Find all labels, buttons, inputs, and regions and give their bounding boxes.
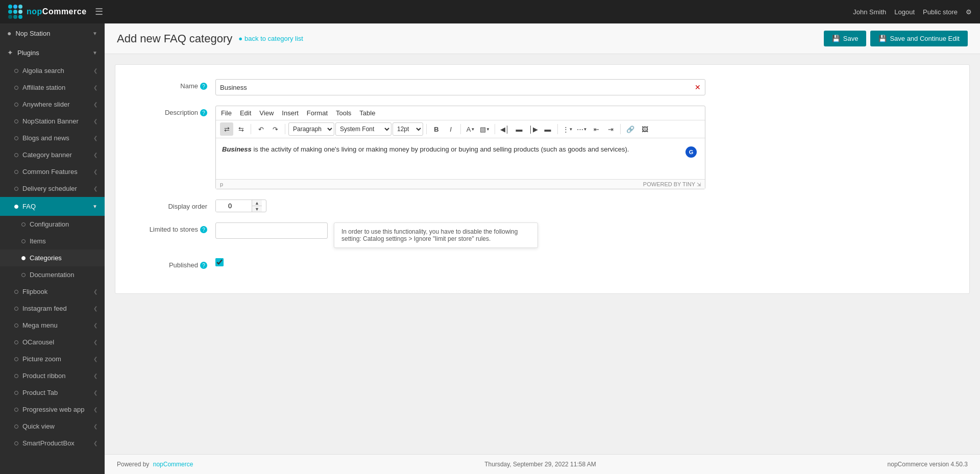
logout-link[interactable]: Logout (894, 8, 915, 16)
cat-banner-dot-icon (14, 153, 18, 157)
editor-resize-handle[interactable]: ⇲ (697, 182, 701, 187)
footer-nopcommerce-link[interactable]: nopCommerce (153, 461, 193, 468)
editor-menu-edit[interactable]: Edit (240, 109, 251, 117)
sidebar-item-affiliate-station[interactable]: Affiliate station ❮ (0, 79, 105, 96)
spinner-up-button[interactable]: ▲ (252, 200, 262, 206)
toolbar-italic-btn[interactable]: I (444, 122, 457, 136)
toolbar-link-btn[interactable]: 🔗 (624, 122, 637, 136)
toolbar-align-center-btn[interactable]: ▬ (512, 122, 526, 136)
editor-menu-insert[interactable]: Insert (282, 109, 299, 117)
save-button[interactable]: 💾 Save (824, 31, 867, 46)
name-input[interactable] (220, 84, 692, 91)
sidebar-section-nop-station[interactable]: ● Nop Station ▼ (0, 23, 105, 43)
published-help-icon[interactable]: ? (200, 262, 207, 269)
instagram-arrow-icon: ❮ (93, 306, 97, 311)
toolbar-font-select[interactable]: System Font (335, 122, 391, 136)
toolbar-align-justify-btn[interactable]: ▬ (541, 122, 554, 136)
public-store-link[interactable]: Public store (923, 8, 958, 16)
algolia-dot-icon (14, 69, 18, 73)
toolbar-image-btn[interactable]: 🖼 (638, 122, 651, 136)
sidebar-item-faq-items[interactable]: Items (0, 233, 105, 250)
ocarousel-dot-icon (14, 340, 18, 344)
sidebar-item-smart-product-box[interactable]: SmartProductBox ❮ (0, 435, 105, 452)
sidebar-item-anywhere-slider[interactable]: Anywhere slider ❮ (0, 96, 105, 113)
editor-content-area[interactable]: Business is the activity of making one's… (216, 138, 705, 179)
stores-multiselect[interactable] (215, 222, 328, 239)
toolbar-num-list-btn[interactable]: ⋯▼ (575, 122, 589, 136)
sidebar-item-quick-view[interactable]: Quick view ❮ (0, 418, 105, 435)
name-help-icon[interactable]: ? (200, 83, 207, 90)
back-arrow-icon: ● (238, 35, 242, 42)
save-disk-icon: 💾 (832, 35, 840, 42)
smart-product-box-dot-icon (14, 441, 18, 445)
description-editor-wrapper: File Edit View Insert Format Tools Table… (215, 106, 705, 189)
sidebar-item-instagram-feed[interactable]: Instagram feed ❮ (0, 300, 105, 317)
sidebar-item-product-ribbon[interactable]: Product ribbon ❮ (0, 367, 105, 384)
display-order-input[interactable] (216, 200, 252, 212)
back-to-category-link[interactable]: ● back to category list (238, 35, 303, 42)
ocarousel-arrow-icon: ❮ (93, 339, 97, 345)
settings-gear-icon[interactable]: ⚙ (966, 8, 972, 16)
footer-left: Powered by nopCommerce (117, 461, 193, 468)
toolbar-ltr-btn[interactable]: ⇄ (220, 122, 233, 136)
toolbar-outdent-btn[interactable]: ⇤ (590, 122, 603, 136)
limited-stores-help-icon[interactable]: ? (200, 226, 207, 233)
faq-items-dot-icon (21, 239, 26, 243)
sidebar-item-blogs-and-news[interactable]: Blogs and news ❮ (0, 130, 105, 146)
editor-toolbar: ⇄ ⇆ ↶ ↷ Paragraph System Font (216, 120, 705, 138)
sidebar-item-mega-menu[interactable]: Mega menu ❮ (0, 317, 105, 334)
product-tab-arrow-icon: ❮ (93, 390, 97, 395)
sidebar-item-faq-categories[interactable]: Categories (0, 250, 105, 266)
limited-to-stores-control: In order to use this functionality, you … (215, 222, 705, 248)
sidebar-item-flipbook[interactable]: Flipbook ❮ (0, 283, 105, 300)
menu-toggle-icon[interactable]: ☰ (91, 6, 107, 17)
quick-view-arrow-icon: ❮ (93, 423, 97, 429)
sidebar-section-plugins[interactable]: ✦ Plugins ▼ (0, 43, 105, 62)
toolbar-rtl-btn[interactable]: ⇆ (234, 122, 248, 136)
sidebar-item-progressive-web-app[interactable]: Progressive web app ❮ (0, 401, 105, 418)
published-checkbox[interactable] (215, 258, 224, 266)
toolbar-redo-btn[interactable]: ↷ (268, 122, 282, 136)
banner-arrow-icon: ❮ (93, 118, 97, 124)
algolia-arrow-icon: ❮ (93, 68, 97, 73)
toolbar-align-right-btn[interactable]: │▶ (527, 122, 540, 136)
sidebar-item-faq-documentation[interactable]: Documentation (0, 266, 105, 283)
toolbar-font-color-btn[interactable]: A▼ (464, 122, 477, 136)
product-ribbon-arrow-icon: ❮ (93, 373, 97, 379)
toolbar-bullet-list-btn[interactable]: ⋮▼ (561, 122, 574, 136)
editor-menu-tools[interactable]: Tools (336, 109, 351, 117)
sidebar-section-faq[interactable]: FAQ ▼ (0, 197, 105, 216)
sidebar-item-faq-configuration[interactable]: Configuration (0, 216, 105, 233)
save-continue-button[interactable]: 💾 Save and Continue Edit (870, 31, 968, 46)
editor-menu-format[interactable]: Format (307, 109, 328, 117)
tinymce-editor[interactable]: File Edit View Insert Format Tools Table… (215, 106, 705, 189)
faq-chevron-icon: ▼ (92, 204, 97, 209)
toolbar-highlight-btn[interactable]: ▧▼ (478, 122, 492, 136)
editor-menu-table[interactable]: Table (359, 109, 375, 117)
editor-menu-view[interactable]: View (259, 109, 274, 117)
product-ribbon-dot-icon (14, 374, 18, 378)
sidebar-item-ocarousel[interactable]: OCarousel ❮ (0, 334, 105, 351)
toolbar-undo-btn[interactable]: ↶ (254, 122, 267, 136)
topnav-right: John Smith Logout Public store ⚙ (853, 8, 972, 16)
description-help-icon[interactable]: ? (200, 109, 207, 116)
sidebar-item-category-banner[interactable]: Category banner ❮ (0, 146, 105, 163)
toolbar-bold-btn[interactable]: B (430, 122, 443, 136)
name-clear-button[interactable]: ✕ (694, 83, 702, 91)
nop-station-chevron-icon: ▼ (92, 31, 97, 36)
page-header-actions: 💾 Save 💾 Save and Continue Edit (824, 31, 968, 46)
toolbar-indent-btn[interactable]: ⇥ (604, 122, 617, 136)
toolbar-paragraph-select[interactable]: Paragraph (288, 122, 334, 136)
spinner-down-button[interactable]: ▼ (252, 206, 262, 212)
sidebar-item-product-tab[interactable]: Product Tab ❮ (0, 384, 105, 401)
affiliate-dot-icon (14, 86, 18, 90)
sidebar-item-picture-zoom[interactable]: Picture zoom ❮ (0, 351, 105, 367)
sidebar-item-nopstation-banner[interactable]: NopStation Banner ❮ (0, 113, 105, 130)
editor-menu-file[interactable]: File (221, 109, 232, 117)
sidebar-item-algolia-search[interactable]: Algolia search ❮ (0, 62, 105, 79)
sidebar-item-common-features[interactable]: Common Features ❮ (0, 163, 105, 180)
instagram-dot-icon (14, 307, 18, 311)
toolbar-align-left-btn[interactable]: ◀│ (498, 122, 511, 136)
sidebar-item-delivery-scheduler[interactable]: Delivery scheduler ❮ (0, 180, 105, 197)
toolbar-size-select[interactable]: 12pt (393, 122, 423, 136)
